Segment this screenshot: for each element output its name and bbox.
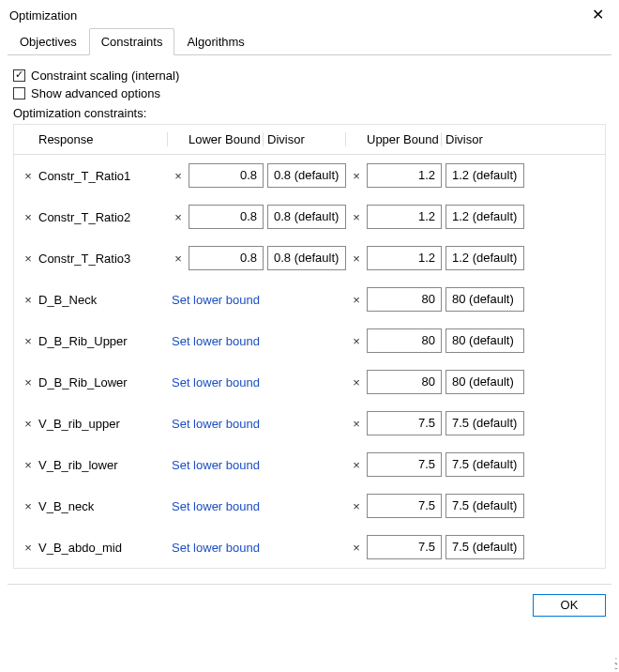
- upper-bound-input[interactable]: 80: [367, 370, 442, 394]
- response-name: Constr_T_Ratio3: [38, 252, 168, 266]
- table-row: ×V_B_rib_lowerSet lower bound×7.57.5 (de…: [14, 444, 605, 485]
- clear-upper-icon[interactable]: ×: [350, 417, 363, 431]
- clear-upper-icon[interactable]: ×: [350, 210, 363, 224]
- remove-row-icon[interactable]: ×: [22, 375, 35, 389]
- header-divisor-lower: Divisor: [267, 132, 346, 146]
- lower-divisor-input[interactable]: 0.8 (default): [267, 205, 346, 229]
- set-lower-bound-link[interactable]: Set lower bound: [172, 541, 260, 555]
- table-row: ×V_B_neckSet lower bound×7.57.5 (default…: [14, 485, 605, 527]
- upper-divisor-input[interactable]: 7.5 (default): [445, 452, 524, 477]
- ok-button[interactable]: OK: [533, 594, 606, 617]
- set-lower-bound-link[interactable]: Set lower bound: [172, 499, 260, 513]
- table-row: ×V_B_abdo_midSet lower bound×7.57.5 (def…: [14, 527, 605, 568]
- header-upper-bound: Upper Bound: [367, 132, 442, 146]
- constraints-panel: Constraint scaling (internal) Show advan…: [0, 55, 619, 576]
- response-name: V_B_neck: [38, 499, 168, 513]
- advanced-options-label: Show advanced options: [31, 86, 160, 100]
- constraint-scaling-label: Constraint scaling (internal): [31, 69, 179, 83]
- close-icon[interactable]: ✕: [588, 8, 608, 23]
- clear-upper-icon[interactable]: ×: [350, 293, 363, 307]
- upper-bound-input[interactable]: 7.5: [367, 494, 442, 518]
- response-name: D_B_Rib_Lower: [38, 375, 168, 389]
- advanced-options-checkbox[interactable]: [13, 87, 25, 99]
- remove-row-icon[interactable]: ×: [22, 210, 35, 224]
- header-divisor-upper: Divisor: [445, 132, 524, 146]
- footer: OK: [0, 585, 619, 626]
- clear-upper-icon[interactable]: ×: [350, 499, 363, 513]
- upper-bound-input[interactable]: 1.2: [367, 163, 442, 188]
- upper-divisor-input[interactable]: 1.2 (default): [445, 246, 524, 270]
- upper-bound-input[interactable]: 80: [367, 328, 442, 353]
- upper-bound-input[interactable]: 1.2: [367, 246, 442, 270]
- remove-row-icon[interactable]: ×: [22, 541, 35, 555]
- constraint-scaling-checkbox[interactable]: [13, 69, 25, 82]
- upper-bound-input[interactable]: 1.2: [367, 205, 442, 229]
- response-name: V_B_rib_lower: [38, 458, 168, 472]
- tab-objectives[interactable]: Objectives: [8, 28, 89, 55]
- upper-divisor-input[interactable]: 1.2 (default): [445, 163, 524, 188]
- upper-divisor-input[interactable]: 7.5 (default): [445, 411, 524, 435]
- table-row: ×V_B_rib_upperSet lower bound×7.57.5 (de…: [14, 403, 605, 444]
- tab-bar: Objectives Constraints Algorithms: [8, 28, 611, 55]
- clear-lower-icon[interactable]: ×: [172, 169, 185, 183]
- remove-row-icon[interactable]: ×: [22, 458, 35, 472]
- clear-upper-icon[interactable]: ×: [350, 375, 363, 389]
- response-name: V_B_rib_upper: [38, 417, 168, 431]
- constraints-section-label: Optimization constraints:: [13, 106, 606, 120]
- clear-upper-icon[interactable]: ×: [350, 541, 363, 555]
- clear-upper-icon[interactable]: ×: [350, 169, 363, 183]
- upper-divisor-input[interactable]: 80 (default): [445, 370, 524, 394]
- lower-bound-input[interactable]: 0.8: [189, 205, 264, 229]
- upper-bound-input[interactable]: 7.5: [367, 411, 442, 435]
- constraint-scaling-row: Constraint scaling (internal): [13, 69, 606, 83]
- response-name: D_B_Neck: [38, 293, 168, 307]
- upper-bound-input[interactable]: 80: [367, 287, 442, 312]
- upper-bound-input[interactable]: 7.5: [367, 535, 442, 559]
- table-row: ×Constr_T_Ratio1×0.80.8 (default)×1.21.2…: [14, 155, 605, 196]
- table-header-row: Response Lower Bound Divisor Upper Bound…: [14, 125, 605, 155]
- response-name: V_B_abdo_mid: [38, 541, 168, 555]
- lower-divisor-input[interactable]: 0.8 (default): [267, 163, 346, 188]
- clear-upper-icon[interactable]: ×: [350, 458, 363, 472]
- titlebar: Optimization ✕: [0, 0, 619, 28]
- remove-row-icon[interactable]: ×: [22, 293, 35, 307]
- set-lower-bound-link[interactable]: Set lower bound: [172, 334, 260, 348]
- upper-divisor-input[interactable]: 80 (default): [445, 328, 524, 353]
- header-lower-bound: Lower Bound: [189, 132, 264, 146]
- set-lower-bound-link[interactable]: Set lower bound: [172, 417, 260, 431]
- resize-grip-icon[interactable]: .:.::: [614, 658, 616, 669]
- advanced-options-row: Show advanced options: [13, 86, 606, 100]
- clear-lower-icon[interactable]: ×: [172, 252, 185, 266]
- remove-row-icon[interactable]: ×: [22, 252, 35, 266]
- clear-lower-icon[interactable]: ×: [172, 210, 185, 224]
- upper-divisor-input[interactable]: 7.5 (default): [445, 494, 524, 518]
- response-name: Constr_T_Ratio1: [38, 169, 168, 183]
- response-name: Constr_T_Ratio2: [38, 210, 168, 224]
- set-lower-bound-link[interactable]: Set lower bound: [172, 458, 260, 472]
- upper-bound-input[interactable]: 7.5: [367, 452, 442, 477]
- remove-row-icon[interactable]: ×: [22, 417, 35, 431]
- upper-divisor-input[interactable]: 7.5 (default): [445, 535, 524, 559]
- constraints-table: Response Lower Bound Divisor Upper Bound…: [13, 124, 606, 569]
- remove-row-icon[interactable]: ×: [22, 334, 35, 348]
- tab-constraints[interactable]: Constraints: [89, 28, 175, 55]
- lower-bound-input[interactable]: 0.8: [189, 246, 264, 270]
- lower-divisor-input[interactable]: 0.8 (default): [267, 246, 346, 270]
- remove-row-icon[interactable]: ×: [22, 169, 35, 183]
- response-name: D_B_Rib_Upper: [38, 334, 168, 348]
- table-row: ×D_B_Rib_LowerSet lower bound×8080 (defa…: [14, 361, 605, 403]
- clear-upper-icon[interactable]: ×: [350, 252, 363, 266]
- lower-bound-input[interactable]: 0.8: [189, 163, 264, 188]
- table-row: ×Constr_T_Ratio3×0.80.8 (default)×1.21.2…: [14, 237, 605, 279]
- upper-divisor-input[interactable]: 1.2 (default): [445, 205, 524, 229]
- clear-upper-icon[interactable]: ×: [350, 334, 363, 348]
- table-row: ×D_B_NeckSet lower bound×8080 (default): [14, 279, 605, 320]
- remove-row-icon[interactable]: ×: [22, 499, 35, 513]
- tab-algorithms[interactable]: Algorithms: [174, 28, 256, 55]
- set-lower-bound-link[interactable]: Set lower bound: [172, 375, 260, 389]
- upper-divisor-input[interactable]: 80 (default): [445, 287, 524, 312]
- set-lower-bound-link[interactable]: Set lower bound: [172, 293, 260, 307]
- table-row: ×D_B_Rib_UpperSet lower bound×8080 (defa…: [14, 320, 605, 361]
- header-response: Response: [38, 132, 168, 146]
- window-title: Optimization: [9, 8, 77, 23]
